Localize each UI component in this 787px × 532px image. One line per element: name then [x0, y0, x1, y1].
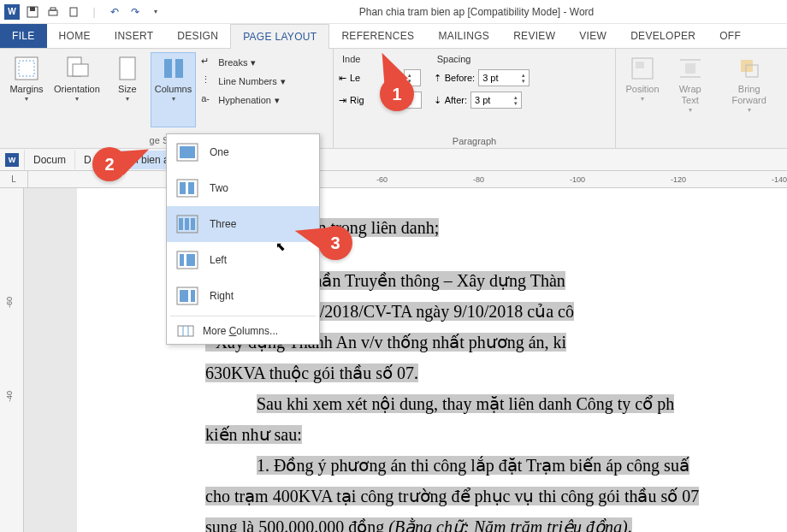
- tab-home[interactable]: HOME: [47, 24, 103, 48]
- columns-more[interactable]: More Columns...: [167, 318, 319, 344]
- svg-rect-30: [186, 254, 195, 266]
- line-numbers-icon: ⋮: [201, 74, 215, 88]
- callout-2: 2: [92, 147, 127, 181]
- svg-rect-2: [49, 10, 57, 15]
- window-title: Phan chia tram bien ap [Compatibility Mo…: [169, 6, 784, 18]
- ruler-scale: -40 -60 -80 -100 -120 -140: [28, 171, 787, 187]
- hyphenation-button[interactable]: a-Hyphenation ▾: [198, 92, 288, 109]
- print-preview-icon[interactable]: [44, 3, 62, 21]
- indent-left-icon: ⇤: [339, 73, 346, 84]
- bring-forward-button[interactable]: Bring Forward▾: [716, 52, 782, 127]
- three-column-icon: [175, 215, 199, 233]
- qat-divider: |: [86, 3, 103, 21]
- svg-rect-9: [120, 57, 135, 80]
- undo-icon[interactable]: ↶: [106, 3, 123, 21]
- spacing-label: Spacing: [434, 54, 530, 64]
- spacing-before-row: ⇡ Before: 3 pt▴▾: [434, 69, 530, 86]
- breaks-icon: ↵: [201, 56, 215, 69]
- svg-rect-17: [741, 60, 753, 72]
- doc-tab-1[interactable]: Docum: [25, 151, 75, 169]
- tab-mailings[interactable]: MAILINGS: [426, 24, 501, 48]
- margins-button[interactable]: Margins ▾: [5, 52, 48, 127]
- redo-icon[interactable]: ↷: [127, 3, 144, 21]
- line-numbers-button[interactable]: ⋮Line Numbers ▾: [198, 73, 288, 90]
- orientation-button[interactable]: Orientation ▾: [50, 52, 104, 127]
- chevron-down-icon: ▾: [172, 95, 175, 103]
- svg-rect-29: [180, 254, 184, 266]
- orientation-icon: [63, 55, 91, 82]
- columns-icon: [160, 55, 187, 82]
- svg-rect-14: [685, 63, 695, 74]
- svg-rect-22: [180, 182, 186, 194]
- svg-rect-34: [178, 326, 193, 336]
- position-button[interactable]: Position▾: [621, 52, 664, 127]
- qat-dropdown-icon[interactable]: ▾: [147, 3, 164, 21]
- vertical-ruler[interactable]: -60 -40: [0, 188, 24, 532]
- spacing-before-icon: ⇡: [434, 73, 441, 84]
- columns-two[interactable]: Two: [167, 170, 319, 206]
- size-button[interactable]: Size ▾: [106, 52, 149, 127]
- columns-button[interactable]: Columns ▾: [151, 52, 196, 127]
- document-area: -60 -40 - Các thành viên trong liên danh…: [0, 188, 787, 532]
- two-column-icon: [175, 179, 199, 198]
- tab-references[interactable]: REFERENCES: [329, 24, 426, 48]
- columns-left[interactable]: Left: [167, 242, 319, 278]
- columns-one[interactable]: One: [167, 134, 319, 170]
- svg-rect-33: [191, 290, 195, 302]
- tab-review[interactable]: REVIEW: [501, 24, 567, 48]
- tab-design[interactable]: DESIGN: [165, 24, 230, 48]
- page-setup-small-items: ↵Breaks ▾ ⋮Line Numbers ▾ a-Hyphenation …: [198, 52, 288, 109]
- doc-tab-icon[interactable]: W: [0, 150, 25, 170]
- group-label-paragraph: Paragraph: [334, 136, 615, 146]
- title-bar: W | ↶ ↷ ▾ Phan chia tram bien ap [Compat…: [0, 0, 787, 24]
- tab-insert[interactable]: INSERT: [103, 24, 166, 48]
- breaks-button[interactable]: ↵Breaks ▾: [198, 54, 288, 71]
- size-icon: [114, 55, 141, 82]
- tab-developer[interactable]: DEVELOPER: [618, 24, 707, 48]
- doc-line: cho trạm 400KVA tại công trường để phục …: [205, 482, 787, 510]
- chevron-down-icon: ▾: [75, 95, 79, 103]
- word-app-icon[interactable]: W: [3, 3, 21, 21]
- one-column-icon: [175, 143, 199, 162]
- callout-1: 1: [380, 77, 414, 111]
- wrap-text-icon: [677, 55, 704, 82]
- ribbon-tabs: FILE HOME INSERT DESIGN PAGE LAYOUT REFE…: [0, 24, 787, 48]
- quick-access-toolbar: W | ↶ ↷ ▾: [3, 3, 164, 21]
- callout-3: 3: [318, 226, 352, 260]
- spacing-after-row: ⇣ After: 3 pt▴▾: [434, 92, 530, 109]
- hyphenation-icon: a-: [201, 93, 215, 107]
- svg-rect-10: [164, 59, 172, 78]
- tab-page-layout[interactable]: PAGE LAYOUT: [230, 24, 329, 48]
- tab-file[interactable]: FILE: [0, 24, 47, 48]
- indent-right-icon: ⇥: [339, 95, 346, 106]
- svg-rect-4: [70, 8, 77, 16]
- tab-view[interactable]: VIEW: [567, 24, 618, 48]
- svg-rect-1: [30, 7, 35, 11]
- doc-line: sung là 500.000.000 đồng (Bằng chữ: Năm …: [205, 513, 787, 532]
- columns-right[interactable]: Right: [167, 278, 319, 314]
- ruler-corner: L: [0, 171, 28, 187]
- doc-line: Sau khi xem xét nội dung, thay mặt liên …: [205, 390, 787, 417]
- svg-rect-26: [185, 218, 189, 230]
- save-icon[interactable]: [24, 3, 41, 21]
- svg-rect-27: [191, 218, 195, 230]
- svg-rect-8: [73, 64, 88, 76]
- svg-rect-11: [175, 59, 183, 78]
- doc-line: 630KVA thuộc gói thầu số 07.: [205, 359, 787, 387]
- paste-icon[interactable]: [65, 3, 82, 21]
- doc-line: kiến như sau:: [205, 421, 787, 448]
- group-arrange: Position▾ Wrap Text▾ Bring Forward▾: [616, 49, 787, 148]
- svg-rect-25: [179, 218, 183, 230]
- page-gutter: [24, 188, 77, 532]
- spacing-after-icon: ⇣: [434, 95, 441, 106]
- chevron-down-icon: ▾: [126, 95, 129, 103]
- chevron-down-icon: ▾: [25, 95, 28, 103]
- spacing-before-input[interactable]: 3 pt▴▾: [478, 69, 530, 86]
- svg-rect-20: [180, 146, 195, 158]
- more-columns-icon: [177, 325, 194, 337]
- svg-rect-32: [180, 290, 188, 302]
- tab-office[interactable]: OFF: [707, 24, 753, 48]
- wrap-text-button[interactable]: Wrap Text▾: [666, 52, 714, 127]
- svg-rect-3: [50, 8, 56, 10]
- spacing-after-input[interactable]: 3 pt▴▾: [470, 92, 522, 109]
